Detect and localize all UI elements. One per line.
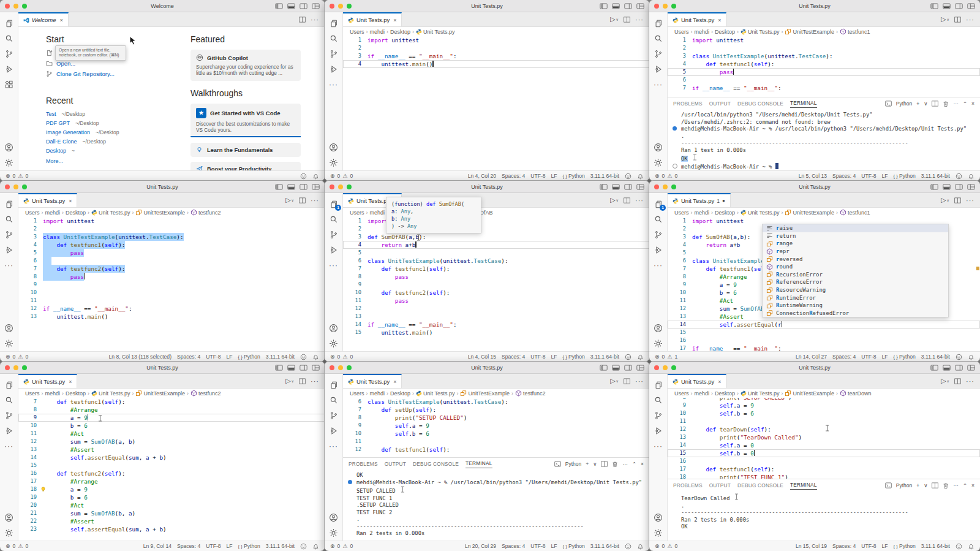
- notifications-bell-icon[interactable]: [968, 354, 974, 360]
- toggle-panel-icon[interactable]: [943, 184, 951, 190]
- status-eol[interactable]: LF: [551, 354, 557, 360]
- panel-tab-terminal[interactable]: TERMINAL: [466, 460, 492, 468]
- status-indentation[interactable]: Spaces: 4: [502, 354, 525, 360]
- status-cursor-position[interactable]: Ln 8, Col 13 (118 selected): [108, 354, 172, 360]
- status-cursor-position[interactable]: Ln 15, Col 19: [796, 543, 827, 549]
- search-icon[interactable]: [0, 31, 18, 46]
- status-python-version[interactable]: 3.11.1 64-bit: [921, 173, 950, 179]
- minimize-window-button[interactable]: [338, 4, 343, 9]
- feedback-icon[interactable]: [625, 173, 631, 180]
- autocomplete-item[interactable]: RuntimeWarning: [763, 302, 948, 310]
- more-views-icon[interactable]: ···: [649, 77, 667, 92]
- source-control-icon[interactable]: [0, 227, 18, 242]
- warnings-icon[interactable]: ⚠: [18, 354, 23, 360]
- breadcrumb[interactable]: Users›mehdi›Desktop›Unit Tests.py›UnitTe…: [668, 389, 980, 398]
- breadcrumb-item[interactable]: mehdi: [370, 29, 385, 35]
- status-language[interactable]: { } Python: [563, 173, 585, 179]
- toggle-secondary-sidebar-icon[interactable]: [955, 3, 963, 9]
- source-control-icon[interactable]: [649, 46, 667, 61]
- split-editor-icon[interactable]: [299, 378, 306, 384]
- run-debug-icon[interactable]: [0, 423, 18, 438]
- breadcrumb-item[interactable]: tearDown: [840, 390, 872, 397]
- panel-more-icon[interactable]: ···: [953, 482, 959, 488]
- breadcrumb[interactable]: Users›mehdi›Desktop›Unit Tests.py›UnitTe…: [668, 208, 980, 217]
- close-tab-icon[interactable]: ×: [393, 379, 396, 385]
- warnings-icon[interactable]: ⚠: [342, 543, 347, 549]
- recent-item[interactable]: Image Generation~/Desktop: [46, 129, 168, 135]
- recent-name[interactable]: Test: [46, 111, 56, 117]
- split-editor-icon[interactable]: [954, 378, 961, 384]
- explorer-icon[interactable]: [0, 196, 18, 211]
- notifications-bell-icon[interactable]: [968, 173, 974, 180]
- new-terminal-icon[interactable]: +: [916, 101, 919, 107]
- source-control-icon[interactable]: [0, 46, 18, 61]
- search-icon[interactable]: [649, 392, 667, 408]
- maximize-panel-icon[interactable]: ⌃: [963, 482, 967, 488]
- toggle-panel-icon[interactable]: [287, 3, 295, 9]
- more-views-icon[interactable]: ···: [0, 438, 18, 454]
- zoom-window-button[interactable]: [347, 365, 352, 370]
- close-window-button[interactable]: [330, 365, 334, 370]
- close-tab-icon[interactable]: ×: [718, 379, 721, 385]
- status-indentation[interactable]: Spaces: 4: [177, 543, 200, 549]
- feedback-icon[interactable]: [300, 173, 307, 180]
- customize-layout-icon[interactable]: [636, 184, 644, 190]
- editor-tab[interactable]: Unit Tests.py ×: [18, 374, 77, 388]
- recent-item[interactable]: Desktop~: [46, 148, 168, 154]
- run-python-file-button[interactable]: ▷∨: [941, 15, 949, 23]
- status-python-version[interactable]: 3.11.1 64-bit: [266, 543, 295, 549]
- editor-tab[interactable]: Welcome ×: [18, 12, 69, 26]
- status-eol[interactable]: LF: [551, 543, 557, 549]
- split-terminal-icon[interactable]: [601, 461, 608, 467]
- breadcrumb-item[interactable]: mehdi: [370, 390, 385, 397]
- window-titlebar[interactable]: Unit Tests.py: [325, 362, 649, 374]
- status-cursor-position[interactable]: Ln 4, Col 20: [468, 173, 496, 179]
- breadcrumb-item[interactable]: Desktop: [390, 390, 410, 397]
- source-control-icon[interactable]: [325, 408, 342, 423]
- notifications-bell-icon[interactable]: [637, 173, 644, 180]
- more-actions-icon[interactable]: ···: [635, 197, 644, 204]
- status-indentation[interactable]: Spaces: 4: [832, 173, 856, 179]
- status-python-version[interactable]: 3.11.1 64-bit: [590, 173, 619, 179]
- panel-tab-terminal[interactable]: TERMINAL: [790, 100, 817, 108]
- source-control-icon[interactable]: [649, 408, 667, 423]
- close-tab-icon[interactable]: ×: [69, 198, 72, 204]
- window-titlebar[interactable]: Unit Tests.py: [325, 181, 649, 193]
- run-debug-icon[interactable]: [0, 61, 18, 77]
- breadcrumb-item[interactable]: Desktop: [715, 210, 735, 216]
- terminal-output[interactable]: /usr/local/bin/python3 "/Users/mehdi/Des…: [668, 110, 980, 170]
- status-eol[interactable]: LF: [227, 543, 233, 549]
- run-python-file-button[interactable]: ▷∨: [285, 377, 294, 385]
- feedback-icon[interactable]: [625, 354, 631, 360]
- settings-gear-icon[interactable]: [649, 336, 667, 351]
- customize-layout-icon[interactable]: [636, 3, 644, 9]
- zoom-window-button[interactable]: [22, 365, 27, 370]
- status-python-version[interactable]: 3.11.1 64-bit: [590, 543, 619, 549]
- walkthrough-boost-productivity[interactable]: Boost your Productivity: [190, 162, 301, 170]
- breadcrumb-item[interactable]: Unit Tests.py: [741, 210, 779, 216]
- breadcrumb-item[interactable]: Users: [25, 210, 40, 216]
- zoom-window-button[interactable]: [22, 4, 27, 9]
- minimize-window-button[interactable]: [338, 365, 343, 370]
- terminal-output[interactable]: OKmehdi@Mehdis-MacBook-Air ~ % /usr/loca…: [343, 470, 649, 541]
- more-views-icon[interactable]: ···: [649, 438, 667, 454]
- run-debug-icon[interactable]: [649, 61, 667, 77]
- run-debug-icon[interactable]: [325, 61, 342, 77]
- breadcrumb[interactable]: Users›mehdi›Desktop›Unit Tests.py›UnitTe…: [18, 389, 325, 398]
- terminal-output[interactable]: TearDown Called.------------------------…: [668, 492, 980, 541]
- split-editor-icon[interactable]: [299, 17, 306, 23]
- window-titlebar[interactable]: Welcome: [0, 0, 325, 12]
- toggle-panel-icon[interactable]: [287, 365, 295, 371]
- status-language[interactable]: { } Python: [563, 354, 585, 360]
- status-indentation[interactable]: Spaces: 4: [502, 173, 525, 179]
- close-panel-icon[interactable]: ×: [641, 461, 644, 467]
- window-titlebar[interactable]: Unit Tests.py: [649, 0, 980, 12]
- breadcrumb-item[interactable]: testfunc2: [190, 390, 221, 397]
- settings-gear-icon[interactable]: [649, 525, 667, 541]
- settings-gear-icon[interactable]: [0, 336, 18, 351]
- zoom-window-button[interactable]: [347, 4, 352, 9]
- panel-tab-terminal[interactable]: TERMINAL: [790, 482, 817, 490]
- accounts-icon[interactable]: [325, 321, 342, 336]
- panel-more-icon[interactable]: ···: [622, 461, 628, 467]
- autocomplete-item[interactable]: return: [763, 232, 948, 240]
